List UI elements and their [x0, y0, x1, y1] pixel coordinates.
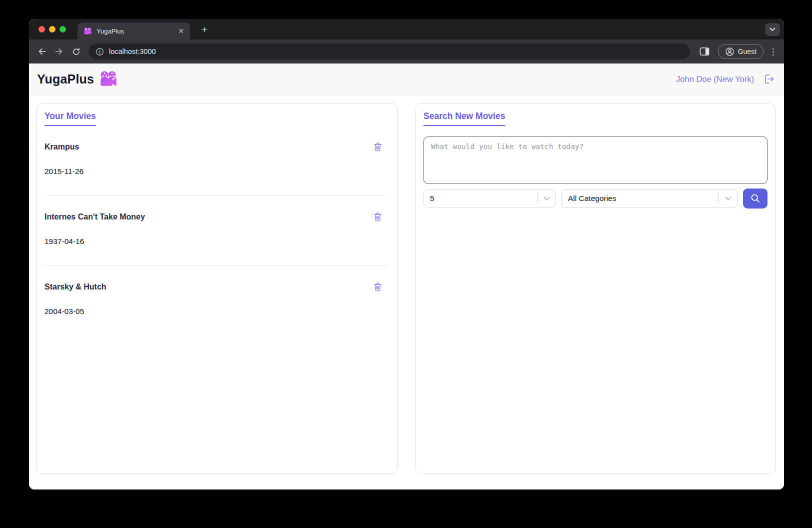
movie-title: Starsky & Hutch — [44, 282, 106, 292]
address-bar[interactable]: localhost:3000 — [88, 44, 690, 60]
brand-name: YugaPlus — [37, 72, 94, 86]
chevron-down-icon — [544, 196, 550, 201]
url-text: localhost:3000 — [109, 48, 156, 56]
browser-tab[interactable]: YugaPlus ✕ — [78, 22, 190, 40]
tab-strip: YugaPlus ✕ + — [29, 19, 784, 40]
search-query-input[interactable] — [424, 136, 768, 184]
movie-title: Internes Can't Take Money — [44, 212, 145, 222]
chevron-down-icon — [770, 28, 776, 32]
results-count-value: 5 — [424, 194, 537, 203]
browser-toolbar: localhost:3000 Guest ⋮ — [29, 40, 784, 64]
delete-movie-button[interactable] — [373, 282, 382, 292]
movie-title: Krampus — [44, 142, 79, 152]
chevron-down-icon — [725, 196, 732, 201]
back-button[interactable] — [34, 43, 50, 60]
logout-icon[interactable] — [763, 73, 775, 85]
search-controls: 5 All Categories — [424, 188, 768, 208]
window-controls — [38, 26, 66, 32]
user-area: John Doe (New York) — [676, 73, 775, 85]
main-area: Your Movies Krampus — [29, 95, 784, 490]
browser-menu-button[interactable]: ⋮ — [766, 46, 780, 57]
delete-movie-button[interactable] — [373, 142, 382, 152]
forward-arrow-icon — [54, 46, 64, 56]
tab-title: YugaPlus — [96, 28, 178, 35]
minimize-window-button[interactable] — [49, 26, 56, 32]
search-panel: Search New Movies 5 All Categories — [415, 104, 776, 474]
site-info-icon[interactable] — [96, 48, 104, 56]
back-arrow-icon — [37, 46, 47, 56]
forward-button[interactable] — [50, 43, 68, 60]
user-profile-link[interactable]: John Doe (New York) — [676, 74, 754, 84]
movie-release-date: 2015-11-26 — [44, 167, 389, 176]
search-movies-heading[interactable]: Search New Movies — [424, 111, 505, 126]
tab-search-button[interactable] — [765, 23, 780, 36]
app-header: YugaPlus John Do — [29, 64, 784, 95]
side-panel-button[interactable] — [696, 43, 713, 60]
page-content: YugaPlus John Do — [29, 64, 784, 490]
browser-window: YugaPlus ✕ + localhost:3000 — [29, 19, 784, 490]
tab-close-icon[interactable]: ✕ — [178, 28, 184, 34]
side-panel-icon — [700, 47, 710, 56]
your-movies-panel: Your Movies Krampus — [36, 104, 398, 474]
search-button[interactable] — [743, 188, 768, 208]
reload-button[interactable] — [68, 43, 84, 60]
guest-avatar-icon — [725, 47, 734, 56]
brand: YugaPlus — [37, 71, 118, 88]
category-select[interactable]: All Categories — [562, 189, 738, 208]
close-window-button[interactable] — [38, 26, 45, 32]
trash-icon — [373, 212, 382, 222]
delete-movie-button[interactable] — [373, 212, 382, 222]
maximize-window-button[interactable] — [60, 26, 66, 32]
reload-icon — [72, 47, 81, 56]
movie-release-date: 1937-04-16 — [44, 237, 389, 246]
your-movies-heading[interactable]: Your Movies — [44, 111, 96, 126]
tab-favicon-movie-camera-icon — [84, 28, 92, 35]
movie-release-date: 2004-03-05 — [44, 307, 389, 316]
guest-label: Guest — [738, 48, 756, 56]
trash-icon — [373, 282, 382, 292]
movie-row: Starsky & Hutch — [44, 266, 389, 336]
movie-row: Internes Can't Take Money — [44, 196, 389, 266]
search-icon — [750, 193, 761, 204]
movie-list: Krampus — [44, 126, 389, 336]
category-value: All Categories — [562, 194, 718, 203]
results-count-select[interactable]: 5 — [424, 189, 556, 208]
movie-row: Krampus — [44, 126, 389, 196]
new-tab-button[interactable]: + — [198, 23, 211, 36]
trash-icon — [373, 142, 382, 152]
profile-button[interactable]: Guest — [718, 44, 764, 59]
movie-camera-logo-icon — [99, 71, 118, 88]
